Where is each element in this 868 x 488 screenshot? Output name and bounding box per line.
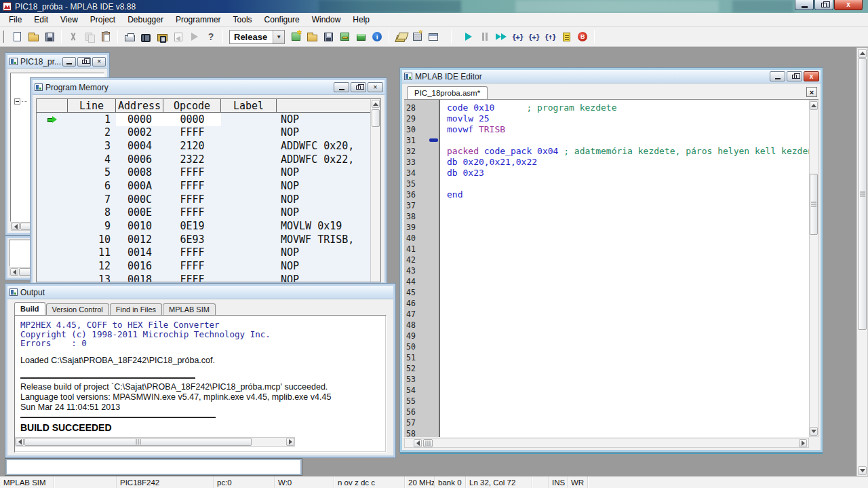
menu-view[interactable]: View [54,14,84,26]
restore-button[interactable] [814,0,833,10]
step-into-icon[interactable]: {+} [510,30,525,43]
scroll-right-icon[interactable] [286,438,294,446]
program-memory-titlebar[interactable]: Program Memory × [33,80,384,95]
restore-button[interactable] [787,71,802,81]
editor-code-area[interactable]: code 0x10 ; program kezdetemovlw 25movwf… [441,100,809,437]
restore-button[interactable] [77,57,91,67]
scroll-down-icon[interactable] [858,466,867,475]
scroll-left-icon[interactable] [10,268,18,276]
menu-tools[interactable]: Tools [227,14,258,26]
output-tab-build[interactable]: Build [14,302,45,315]
editor-window[interactable]: MPLAB IDE Editor x PIC_18proba.asm* × 28… [400,68,823,452]
tab-pic18proba-asm[interactable]: PIC_18proba.asm* [407,86,488,99]
minimize-button[interactable] [334,82,349,92]
copy-icon[interactable] [82,30,97,43]
animate-icon[interactable] [494,30,509,43]
program-memory-row[interactable]: 300042120ADDWFC 0x20, [37,139,370,153]
chevron-down-icon[interactable]: ▼ [273,31,284,43]
verify-target-icon[interactable] [410,30,425,43]
output-hscrollbar[interactable] [15,437,295,447]
output-window[interactable]: Output BuildVersion ControlFind in Files… [5,284,395,457]
scroll-left-icon[interactable] [414,439,422,447]
paste-icon[interactable] [98,30,113,43]
scroll-right-icon[interactable] [799,439,807,447]
program-memory-row[interactable]: 130018FFFFNOP [37,273,370,282]
new-project-icon[interactable]: ✲ [288,30,303,43]
breakpoints-icon[interactable]: B [575,30,590,43]
program-memory-row[interactable]: 7000CFFFFNOP [37,193,370,206]
tab-close-icon[interactable]: × [806,87,817,97]
run-icon[interactable] [461,30,476,43]
program-memory-row[interactable]: 6000AFFFFNOP [37,179,370,193]
menu-help[interactable]: Help [347,14,376,26]
help-icon[interactable]: ? [203,30,218,43]
read-target-icon[interactable] [426,30,441,43]
save-workspace-icon[interactable] [321,30,336,43]
scroll-thumb[interactable] [423,439,433,447]
halt-icon[interactable] [477,30,492,43]
output-tab-version-control[interactable]: Version Control [46,303,109,315]
scroll-left-icon[interactable] [12,223,20,230]
tree-collapse-icon[interactable] [14,98,20,105]
program-memory-row[interactable]: 1000126E93MOVWF TRISB, [37,233,370,246]
toolbar-grip[interactable] [3,31,5,43]
menu-file[interactable]: File [3,14,28,26]
scroll-thumb[interactable] [372,109,380,127]
scroll-thumb[interactable] [810,174,818,235]
program-memory-table[interactable]: Line Address Opcode Label 100000000NOP20… [36,98,381,282]
editor-hscrollbar[interactable] [404,438,809,448]
program-memory-row[interactable]: 400062322ADDWFC 0x22, [37,153,370,166]
project-window-titlebar[interactable]: PIC18_pr... × [7,55,107,69]
project-tree-node[interactable] [14,98,27,105]
editor-body[interactable]: 2829303132333435363738394041424344454647… [404,100,809,437]
about-icon[interactable]: i [370,30,384,43]
program-memory-row[interactable]: 8000EFFFFNOP [37,206,370,219]
find-icon[interactable] [138,30,153,43]
step-out-icon[interactable]: {↑} [542,30,557,43]
close-button[interactable]: x [804,71,819,81]
minimize-button[interactable] [62,57,76,67]
scroll-down-icon[interactable] [810,427,818,436]
output-tab-find-in-files[interactable]: Find in Files [110,303,162,315]
build-all-icon[interactable] [353,30,368,43]
background-vscrollbar[interactable] [856,48,868,476]
close-button[interactable]: x [834,0,863,10]
program-memory-window[interactable]: Program Memory × Line Address Opcode Lab… [31,78,387,284]
reset-icon[interactable] [559,30,574,43]
program-memory-vscrollbar[interactable] [370,99,380,282]
editor-vscrollbar[interactable] [809,100,818,437]
output-build-panel[interactable]: MP2HEX 4.45, COFF to HEX File ConverterC… [14,315,387,453]
close-icon[interactable]: × [368,82,383,92]
program-memory-row[interactable]: 110014FFFFNOP [37,246,370,259]
title-bar[interactable]: PIC18_próba - MPLAB IDE v8.88 x [0,0,868,13]
program-target-icon[interactable] [393,30,408,43]
scroll-thumb[interactable] [24,438,252,446]
goto-locator-icon[interactable] [171,30,186,43]
menu-debugger[interactable]: Debugger [121,14,170,26]
program-memory-row[interactable]: 20002FFFFNOP [37,126,370,140]
program-memory-row[interactable]: 900100E19MOVLW 0x19 [37,219,370,233]
new-file-icon[interactable] [9,30,24,43]
scroll-up-icon[interactable] [372,100,380,108]
scroll-up-icon[interactable] [858,49,867,58]
save-file-icon[interactable] [42,30,57,43]
minimize-button[interactable] [770,71,785,81]
program-memory-row[interactable]: 100000000NOP [37,113,370,126]
menu-programmer[interactable]: Programmer [170,14,227,26]
step-over-icon[interactable]: {+} [526,30,541,43]
cut-icon[interactable] [66,30,81,43]
open-project-icon[interactable] [304,30,319,43]
build-icon[interactable] [337,30,352,43]
menu-project[interactable]: Project [84,14,121,26]
find-in-files-icon[interactable] [155,30,170,43]
scroll-thumb[interactable] [858,58,867,330]
close-icon[interactable]: × [92,57,106,67]
scroll-left-icon[interactable] [16,438,24,446]
output-tab-mplab-sim[interactable]: MPLAB SIM [163,303,216,315]
minimize-button[interactable] [795,0,814,10]
output-titlebar[interactable]: Output [7,286,393,299]
print-icon[interactable] [122,30,137,43]
scroll-up-icon[interactable] [810,101,818,110]
program-memory-row[interactable]: 120016FFFFNOP [37,259,370,273]
menu-configure[interactable]: Configure [258,14,306,26]
